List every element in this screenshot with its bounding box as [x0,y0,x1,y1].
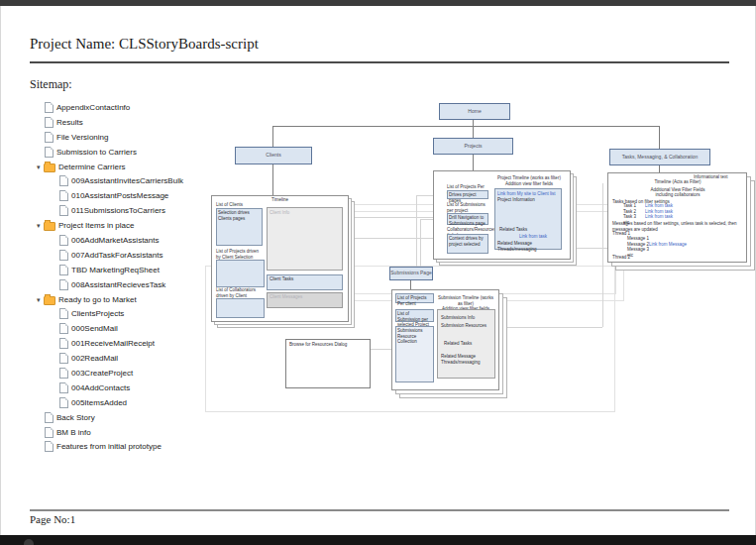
sitemap-item-label: 008AssistantRecievesTask [71,280,165,289]
page-icon [45,132,54,143]
sitemap-item-label: 006AddMarketAssistants [71,236,160,245]
sitemap-item-label: Project Items in place [58,221,134,230]
sitemap-item-label: Ready to go to Market [58,295,137,304]
sitemap-item-label: 000SendMail [71,324,118,333]
task-row-link[interactable]: Link from task [645,214,673,220]
sitemap-item-features-from-initial-prototype[interactable]: Features from initial prototype [30,439,248,454]
sitemap-item-label: Determine Carriers [58,163,126,171]
sitemap-item-file-versioning[interactable]: File Versioning [30,130,248,145]
list-of-clients-label: List of Clients [216,202,243,208]
sitemap-item-bm-b-info[interactable]: BM B info [30,425,248,440]
sitemap-item-label: 003CreateProject [71,369,133,378]
folder-icon [44,296,55,305]
expand-triangle-icon[interactable]: ▾ [37,222,44,229]
message-row: etc [627,253,736,259]
expand-triangle-icon[interactable]: ▾ [37,164,44,170]
sitemap-item-label: 001ReceiveMailReceipt [71,339,155,348]
submissions-list-box: List of Submission per selected Project [395,309,434,322]
sitemap-item-label: 007AddTaskForAssistants [71,251,163,260]
tasks-header-line1: Timeline (Acts as Filter) [628,179,727,185]
message-row-label: etc [627,253,649,259]
submissions-list-projects-box: List of Projects Per client [395,293,434,303]
folder-icon [44,222,55,231]
thread2-label: Thread 2 [612,255,630,261]
submissions-related-messages-label: Related Message Threads/messaging [441,354,486,365]
page-icon [59,338,68,349]
projects-header-line1: Project Timeline (works as filter) [491,175,567,181]
page-icon [59,308,68,319]
sitemap-label: Sitemap: [30,77,72,92]
related-tasks-label: Related Tasks [499,227,527,233]
project-top-link[interactable]: Link from My site to Client list [497,191,559,197]
connector-line [420,219,421,267]
sitemap-item-009assistantinvitescarriersbulk[interactable]: 009AssistantInvitesCarriersBulk [30,173,248,188]
sitemap-item-label: ClientsProjects [71,309,124,318]
connector-line [473,153,474,170]
page-icon [59,397,68,408]
page-icon [59,382,68,393]
connector-line [369,349,391,350]
client-tasks-box: Client Tasks [267,274,343,290]
message-list: Message 1Message 2Link from MessageMessa… [627,236,736,259]
tasks-panel-header: Timeline (Acts as Filter) Additional Vie… [628,179,727,198]
node-tasks-messaging[interactable]: Tasks, Messaging, & Collaboration [609,149,710,165]
sitemap-item-label: 009AssistantInvitesCarriersBulk [71,176,183,185]
drives-project-pages-box: Drives project pages [447,190,488,199]
collaborators-list-box [216,298,265,318]
submissions-detail-box: Submissions Info Submission Resources Re… [437,309,495,379]
sitemap-item-label: 005ItemsAdded [71,398,127,407]
sitemap-item-label: Features from initial prototype [56,442,162,451]
related-messages-label: Related Message Threads/messaging [497,241,547,252]
connector-line [349,217,434,218]
node-clients[interactable]: Clients [235,147,312,164]
folder-icon [44,164,55,172]
client-messages-box: Client Messages [267,292,343,308]
list-of-projects-label: List of Projects driven by Client Select… [216,249,264,260]
sitemap-item-label: 011SubmissionsToCarriers [71,206,165,215]
page-icon [59,235,68,246]
page-icon [59,353,68,364]
sitemap-item-results[interactable]: Results [30,115,248,130]
page-left-edge [0,6,1,535]
browse-resources-dialog: Browse for Resources Dialog [285,339,371,388]
submissions-resource-box: Submissions Resource Collection [395,326,434,382]
page-icon [59,279,68,290]
page-icon [45,427,54,438]
submissions-related-tasks-label: Related Tasks [444,341,472,347]
page-icon [45,441,54,452]
page-number: Page No:1 [30,513,75,525]
message-row-link[interactable]: Link from Message [649,242,687,248]
page-icon [59,265,68,275]
connector-line [416,195,417,267]
projects-header-line2: Addition view filter fields [491,181,567,187]
selection-drives-box: Selection drives Clients pages [216,208,263,246]
link-from-task[interactable]: Link from task [519,234,547,240]
sitemap-item-label: File Versioning [56,133,108,142]
projects-panel-header: Project Timeline (works as filter) Addit… [491,175,567,186]
sitemap-item-label: Submission to Carriers [56,148,137,157]
sitemap-item-appendixcontactinfo[interactable]: AppendixContactInfo [30,100,248,115]
sitemap-item-label: 004AddContacts [71,383,130,392]
page-icon [45,102,54,113]
page-icon [45,412,54,423]
messages-intro-label: Messages based on filter settings, unles… [612,221,741,232]
expand-triangle-icon[interactable]: ▾ [37,296,44,303]
node-submissions-page[interactable]: Submissions Page [389,267,433,280]
client-info-box: Client Info [267,207,343,271]
tasks-panel: Informational text Timeline (Acts as Fil… [607,172,747,263]
window-bottom-bar [0,535,756,545]
taskbar-icon[interactable] [24,539,34,545]
project-detail-panel: Link from My site to Client list Project… [494,188,562,250]
sitemap-item-determine-carriers[interactable]: ▾Determine Carriers [30,160,248,174]
page-icon [59,323,68,334]
page-icon [45,147,54,158]
sitemap-item-label: TBD MarketingReqSheet [71,266,160,274]
context-drives-box: Context drives by project selected [447,234,488,254]
project-information-label: Project Information [497,197,535,203]
connector-line [272,163,273,195]
node-home[interactable]: Home [439,103,510,120]
sitemap-item-submission-to-carriers[interactable]: Submission to Carriers [30,145,248,160]
connector-line [349,238,434,239]
node-projects[interactable]: Projects [433,138,513,155]
sitemap-item-label: Back Story [56,413,95,422]
